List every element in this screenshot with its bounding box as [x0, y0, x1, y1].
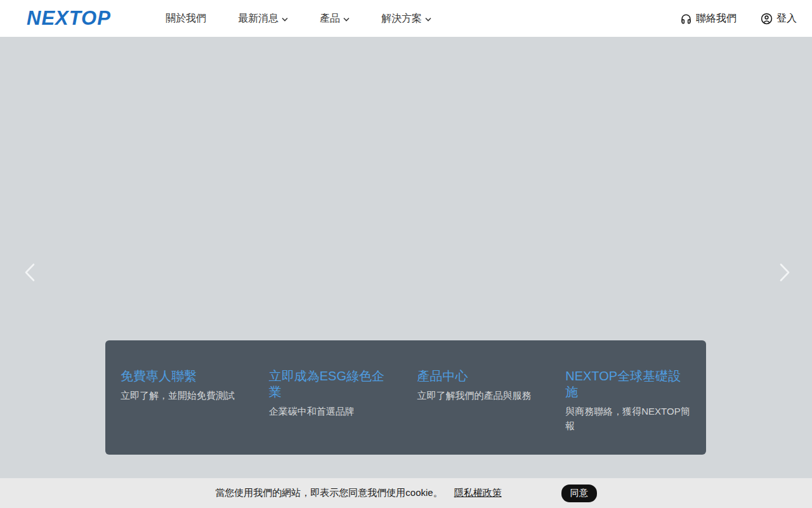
- feature-title: 免費專人聯繫: [121, 368, 246, 384]
- cookie-accept-button[interactable]: 同意: [561, 485, 597, 502]
- hero-carousel: 免費專人聯繫 立即了解，並開始免費測試 立即成為ESG綠色企業 企業碳中和首選品…: [0, 37, 812, 478]
- carousel-prev-button[interactable]: [19, 262, 41, 283]
- contact-us-label: 聯絡我們: [696, 12, 737, 25]
- feature-subtitle: 立即了解我們的產品與服務: [417, 389, 543, 403]
- chevron-down-icon: [282, 17, 288, 22]
- carousel-next-button[interactable]: [774, 262, 796, 283]
- feature-global-infrastructure[interactable]: NEXTOP全球基礎設施 與商務聯絡，獲得NEXTOP簡報: [565, 368, 691, 455]
- feature-subtitle: 與商務聯絡，獲得NEXTOP簡報: [565, 404, 691, 433]
- nav-item-label: 產品: [320, 12, 340, 25]
- nav-item-products[interactable]: 產品: [320, 12, 350, 25]
- privacy-policy-link[interactable]: 隱私權政策: [454, 487, 502, 499]
- feature-esg[interactable]: 立即成為ESG綠色企業 企業碳中和首選品牌: [269, 368, 395, 455]
- feature-subtitle: 立即了解，並開始免費測試: [121, 389, 246, 403]
- feature-subtitle: 企業碳中和首選品牌: [269, 404, 395, 419]
- headset-icon: [680, 13, 692, 25]
- header-actions: 聯絡我們 登入: [680, 12, 797, 25]
- chevron-down-icon: [425, 17, 431, 22]
- nav-item-label: 解決方案: [381, 12, 422, 25]
- feature-title: NEXTOP全球基礎設施: [565, 368, 691, 400]
- chevron-right-icon: [779, 263, 790, 282]
- feature-card: 免費專人聯繫 立即了解，並開始免費測試 立即成為ESG綠色企業 企業碳中和首選品…: [105, 340, 706, 455]
- cookie-message: 當您使用我們的網站，即表示您同意我們使用cookie。: [215, 487, 442, 499]
- chevron-left-icon: [24, 263, 36, 282]
- main-nav: 關於我們 最新消息 產品 解決方案: [166, 12, 431, 25]
- feature-title: 立即成為ESG綠色企業: [269, 368, 395, 400]
- feature-product-center[interactable]: 產品中心 立即了解我們的產品與服務: [417, 368, 543, 455]
- chevron-down-icon: [343, 17, 350, 22]
- nav-item-news[interactable]: 最新消息: [238, 12, 288, 25]
- brand-logo[interactable]: NEXTOP: [27, 7, 111, 30]
- feature-title: 產品中心: [417, 368, 543, 384]
- login-label: 登入: [776, 12, 797, 25]
- feature-free-contact[interactable]: 免費專人聯繫 立即了解，並開始免費測試: [121, 368, 246, 455]
- user-circle-icon: [761, 13, 773, 25]
- nav-item-solutions[interactable]: 解決方案: [381, 12, 431, 25]
- top-navbar: NEXTOP 關於我們 最新消息 產品 解決方案 聯絡我們: [0, 0, 812, 37]
- login-button[interactable]: 登入: [761, 12, 797, 25]
- nav-item-label: 關於我們: [166, 12, 206, 25]
- contact-us-button[interactable]: 聯絡我們: [680, 12, 737, 25]
- cookie-banner: 當您使用我們的網站，即表示您同意我們使用cookie。 隱私權政策 同意: [0, 478, 812, 508]
- nav-item-label: 最新消息: [238, 12, 278, 25]
- nav-item-about[interactable]: 關於我們: [166, 12, 206, 25]
